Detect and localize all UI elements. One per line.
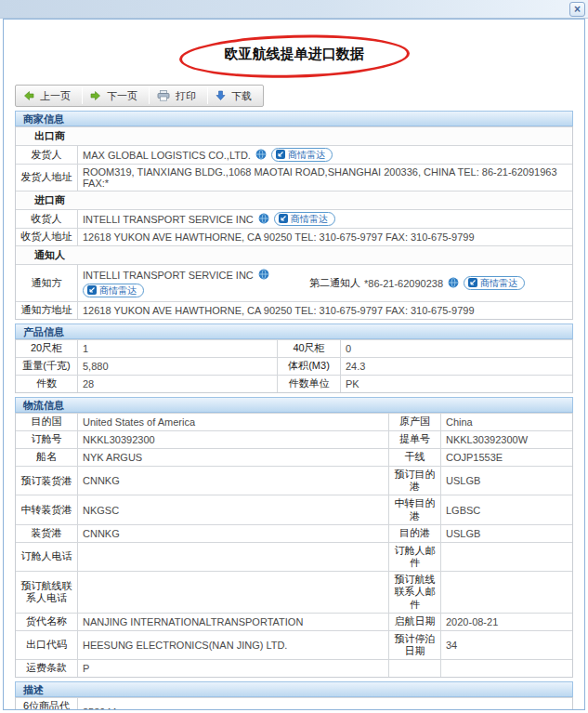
globe-icon[interactable] xyxy=(255,149,267,162)
next-page-button[interactable]: 下一页 xyxy=(83,86,149,106)
field-value: NKKL30392300 xyxy=(77,431,388,448)
table-row: 重量(千克) 5,880 体积(M3) 24.3 xyxy=(16,357,572,375)
field-value: 24.3 xyxy=(340,358,572,375)
field-value xyxy=(440,543,572,571)
table-row: 进口商 xyxy=(16,191,572,209)
field-label: 预订航线联系人邮件 xyxy=(388,572,440,613)
field-value xyxy=(77,572,388,613)
field-label: 预订目的港 xyxy=(388,467,440,495)
field-value: CNNKG xyxy=(77,525,388,542)
table-row: 发货人 MAX GLOBAL LOGISTICS CO.,LTD. 商情雷达 xyxy=(16,145,572,164)
radar-badge-label: 商情雷达 xyxy=(480,277,517,290)
close-icon: × xyxy=(574,3,581,16)
notifier-address-label: 通知方地址 xyxy=(16,302,77,319)
product-info-table: 产品信息 20尺柜 1 40尺柜 0 重量(千克) 5,880 体积(M3) 2… xyxy=(15,323,573,393)
field-label: 目的国 xyxy=(16,414,77,430)
field-value: NANJING INTERNATIONALTRANSPORTATION xyxy=(77,614,388,630)
table-row: 收货人 INTELLI TRANSPORT SERVICE INC 商情雷达 xyxy=(16,209,572,228)
exporter-subheader: 出口商 xyxy=(16,127,572,145)
table-row: 收货人地址 12618 YUKON AVE HAWTHORNE, CA 9025… xyxy=(16,228,572,245)
field-value: 853944 xyxy=(77,698,572,710)
table-row: 订舱号 NKKL30392300 提单号 NKKL30392300W xyxy=(16,430,572,448)
prev-page-button[interactable]: 上一页 xyxy=(16,86,82,106)
page-title: 欧亚航线提单进口数据 xyxy=(225,46,364,63)
arrow-left-icon xyxy=(23,90,34,101)
field-label: 出口代码 xyxy=(16,631,77,659)
table-row: 20尺柜 1 40尺柜 0 xyxy=(16,339,572,357)
field-label: 件数 xyxy=(16,376,77,392)
table-row: 通知方 INTELLI TRANSPORT SERVICE INC 商情雷达 第… xyxy=(16,264,572,301)
field-value: China xyxy=(440,414,572,430)
title-area: 欧亚航线提单进口数据 xyxy=(15,46,573,70)
shangqing-radar-badge[interactable]: 商情雷达 xyxy=(464,276,525,290)
section-header-description: 描述 xyxy=(15,681,573,697)
field-label: 预订航线联系人电话 xyxy=(16,572,77,613)
dialog-titlebar xyxy=(0,0,588,19)
arrow-down-icon xyxy=(216,90,226,101)
field-label xyxy=(388,660,440,677)
second-notify-value: *86-21-62090238 xyxy=(364,278,443,289)
field-label: 预订装货港 xyxy=(16,467,77,495)
table-row: 订舱人电话 订舱人邮件 xyxy=(16,542,572,571)
printer-icon xyxy=(157,90,170,101)
field-label: 40尺柜 xyxy=(277,340,340,357)
globe-icon[interactable] xyxy=(258,269,269,282)
logistics-info-table: 物流信息 目的国 United States of America 原产国 Ch… xyxy=(15,397,573,678)
download-button[interactable]: 下载 xyxy=(208,86,263,106)
field-label: 重量(千克) xyxy=(16,358,77,375)
field-label: 货代名称 xyxy=(16,614,77,630)
field-value: COJP1553E xyxy=(440,449,572,466)
field-value: LGBSC xyxy=(440,495,572,523)
section-header-logistics: 物流信息 xyxy=(15,397,573,413)
table-row: 装货港 CNNKG 目的港 USLGB xyxy=(16,524,572,542)
shangqing-radar-badge[interactable]: 商情雷达 xyxy=(83,284,144,297)
field-label: 订舱人邮件 xyxy=(388,543,440,571)
field-label: 提单号 xyxy=(388,431,440,448)
radar-icon xyxy=(87,285,97,297)
field-value xyxy=(77,543,388,571)
field-value xyxy=(440,660,572,677)
close-button[interactable]: × xyxy=(569,2,585,17)
print-button[interactable]: 打印 xyxy=(150,86,207,106)
field-value: 28 xyxy=(77,376,277,392)
globe-icon[interactable] xyxy=(448,277,459,290)
radar-icon xyxy=(276,150,285,161)
table-row: 发货人地址 ROOM319, TIANXIANG BLDG.,1068 MAOT… xyxy=(16,164,572,191)
table-row: 中转装货港 NKGSC 中转目的港 LGBSC xyxy=(16,495,572,523)
shipper-address-value: ROOM319, TIANXIANG BLDG.,1068 MAOTAI ROA… xyxy=(77,165,572,191)
merchant-info-table: 商家信息 出口商 发货人 MAX GLOBAL LOGISTICS CO.,LT… xyxy=(15,111,573,320)
field-label: 件数单位 xyxy=(277,376,340,392)
field-label: 原产国 xyxy=(388,414,440,430)
field-value xyxy=(440,572,572,613)
second-notify-label: 第二通知人 xyxy=(309,276,360,290)
field-value: NYK ARGUS xyxy=(77,449,388,466)
table-row: 预订航线联系人电话 预订航线联系人邮件 xyxy=(16,571,572,613)
field-value: 2020-08-21 xyxy=(440,614,572,630)
dialog-content: 欧亚航线提单进口数据 上一页 下一页 打印 下载 商家信息 出口商 发货人 xyxy=(3,19,585,710)
shangqing-radar-badge[interactable]: 商情雷达 xyxy=(274,212,335,226)
field-value: United States of America xyxy=(77,414,388,430)
table-row: 通知人 xyxy=(16,245,572,264)
radar-badge-label: 商情雷达 xyxy=(291,213,328,226)
shipper-value: MAX GLOBAL LOGISTICS CO.,LTD. xyxy=(83,150,251,161)
section-header-merchant: 商家信息 xyxy=(15,111,573,126)
field-value: USLGB xyxy=(440,525,572,542)
field-label: 订舱号 xyxy=(16,431,77,448)
shipper-address-label: 发货人地址 xyxy=(16,165,77,191)
globe-icon[interactable] xyxy=(258,213,269,226)
field-label: 20尺柜 xyxy=(16,340,77,357)
print-label: 打印 xyxy=(176,89,196,103)
consignee-value: INTELLI TRANSPORT SERVICE INC xyxy=(83,214,254,225)
consignee-address-value: 12618 YUKON AVE HAWTHORNE, CA 90250 TEL:… xyxy=(77,229,572,245)
field-value: PK xyxy=(340,376,572,392)
consignee-address-label: 收货人地址 xyxy=(16,229,77,245)
notifier-value: INTELLI TRANSPORT SERVICE INC xyxy=(83,270,254,281)
shangqing-radar-badge[interactable]: 商情雷达 xyxy=(271,148,333,162)
field-label: 6位商品代码 xyxy=(16,698,77,710)
field-label: 预计停泊日期 xyxy=(388,631,440,659)
table-row: 船名 NYK ARGUS 干线 COJP1553E xyxy=(16,448,572,466)
table-row: 6位商品代码 853944 xyxy=(16,697,572,710)
table-row: 预订装货港 CNNKG 预订目的港 USLGB xyxy=(16,466,572,495)
table-row: 出口代码 HEESUNG ELECTRONICS(NAN JING) LTD. … xyxy=(16,630,572,659)
field-label: 中转目的港 xyxy=(388,495,440,523)
